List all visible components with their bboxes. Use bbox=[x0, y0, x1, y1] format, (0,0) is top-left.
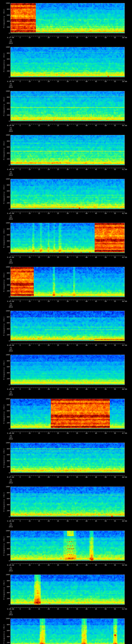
spectrogram-panel-9-38-00: Frequency (Hz)020040060080010009:38:0039… bbox=[0, 44, 132, 88]
x-tick-label: 40 bbox=[83, 212, 90, 214]
x-start-time-label: 9:47:00 bbox=[5, 476, 16, 478]
x-tick-label: 20 bbox=[45, 388, 52, 390]
spectrogram-panel-9-51-00: Frequency (Hz)020040060080010009:51:0052… bbox=[0, 616, 132, 644]
x-end-time-label: 47:00 bbox=[119, 432, 130, 434]
x-tick-label: 50 bbox=[102, 37, 110, 38]
x-tick-label: 40 bbox=[83, 344, 90, 346]
x-tick-label: 45 bbox=[92, 564, 100, 566]
y-tick-label: 400 bbox=[2, 64, 10, 66]
y-tick-label: 1000 bbox=[2, 486, 10, 488]
y-tick-label: 600 bbox=[2, 586, 10, 588]
x-tick-label: 5 bbox=[16, 212, 24, 214]
x-tick-label: 15 bbox=[35, 168, 43, 170]
y-tick-label: 800 bbox=[2, 536, 10, 538]
x-tick-label: 20 bbox=[45, 300, 52, 302]
y-tick-label: 0 bbox=[2, 76, 10, 78]
x-tick-label: 35 bbox=[73, 608, 81, 610]
x-tick-label: 45 bbox=[92, 608, 100, 610]
x-start-time-label: 9:44:00 bbox=[5, 344, 16, 346]
y-tick-label: 600 bbox=[2, 146, 10, 148]
x-tick-label: 30 bbox=[64, 81, 72, 82]
x-tick-label: 50 bbox=[102, 81, 110, 82]
y-tick-label: 200 bbox=[2, 422, 10, 424]
x-end-time-label: 45:00 bbox=[119, 344, 130, 346]
x-tick-label: 35 bbox=[73, 564, 81, 566]
y-tick-label: 800 bbox=[2, 360, 10, 362]
x-tick-label: 30 bbox=[64, 608, 72, 610]
x-tick-label: 20 bbox=[45, 212, 52, 214]
x-tick-label: 20 bbox=[45, 81, 52, 82]
date-label: 2015 bbox=[8, 438, 14, 440]
y-tick-label: 0 bbox=[2, 252, 10, 254]
x-tick-label: 35 bbox=[73, 344, 81, 346]
x-tick-label: 25 bbox=[54, 564, 62, 566]
x-tick-label: 40 bbox=[83, 168, 90, 170]
y-axis-title: Frequency (Hz) bbox=[3, 52, 5, 72]
x-tick-label: 55 bbox=[111, 608, 119, 610]
y-tick-label: 200 bbox=[2, 114, 10, 116]
x-tick-label: 35 bbox=[73, 81, 81, 82]
x-tick-label: 15 bbox=[35, 388, 43, 390]
x-tick-label: 25 bbox=[54, 256, 62, 258]
y-tick-label: 400 bbox=[2, 548, 10, 550]
x-tick-label: 30 bbox=[64, 432, 72, 434]
x-end-time-label: 50:00 bbox=[119, 564, 130, 566]
y-tick-label: 600 bbox=[2, 542, 10, 544]
y-tick-label: 1000 bbox=[2, 618, 10, 620]
x-tick-label: 5 bbox=[16, 388, 24, 390]
date-label: 2015 bbox=[8, 482, 14, 484]
y-tick-label: 0 bbox=[2, 120, 10, 122]
x-tick-label: 15 bbox=[35, 256, 43, 258]
x-tick-label: 50 bbox=[102, 388, 110, 390]
x-tick-label: 5 bbox=[16, 432, 24, 434]
y-tick-label: 1000 bbox=[2, 178, 10, 180]
x-start-time-label: 9:41:00 bbox=[5, 212, 16, 214]
x-tick-label: 5 bbox=[16, 344, 24, 346]
y-tick-label: 1000 bbox=[2, 90, 10, 92]
y-tick-label: 200 bbox=[2, 290, 10, 292]
x-tick-label: 40 bbox=[83, 388, 90, 390]
x-tick-label: 50 bbox=[102, 168, 110, 170]
x-tick-label: 15 bbox=[35, 344, 43, 346]
x-tick-label: 20 bbox=[45, 432, 52, 434]
x-tick-label: 55 bbox=[111, 125, 119, 126]
x-tick-label: 45 bbox=[92, 520, 100, 522]
y-tick-label: 200 bbox=[2, 334, 10, 336]
x-tick-label: 50 bbox=[102, 608, 110, 610]
x-tick-label: 20 bbox=[45, 256, 52, 258]
y-tick-label: 1000 bbox=[2, 398, 10, 400]
y-tick-label: 0 bbox=[2, 296, 10, 298]
x-tick-label: 35 bbox=[73, 125, 81, 126]
x-end-time-label: 41:00 bbox=[119, 168, 130, 170]
y-tick-label: 1000 bbox=[2, 46, 10, 48]
x-tick-label: 50 bbox=[102, 520, 110, 522]
x-tick-label: 15 bbox=[35, 608, 43, 610]
x-tick-label: 45 bbox=[92, 37, 100, 38]
x-tick-label: 5 bbox=[16, 168, 24, 170]
x-tick-label: 50 bbox=[102, 476, 110, 478]
x-tick-label: 15 bbox=[35, 37, 43, 38]
y-tick-label: 0 bbox=[2, 516, 10, 518]
y-axis-title: Frequency (Hz) bbox=[3, 316, 5, 336]
x-tick-label: 50 bbox=[102, 432, 110, 434]
y-tick-label: 0 bbox=[2, 340, 10, 342]
y-tick-label: 1000 bbox=[2, 354, 10, 356]
y-axis-title: Frequency (Hz) bbox=[3, 580, 5, 600]
x-start-time-label: 9:42:00 bbox=[5, 256, 16, 258]
x-end-time-label: 39:00 bbox=[119, 81, 130, 82]
axes-ticks-layer bbox=[0, 616, 132, 644]
y-tick-label: 200 bbox=[2, 202, 10, 204]
y-axis-title: Frequency (Hz) bbox=[3, 140, 5, 160]
y-tick-label: 400 bbox=[2, 152, 10, 154]
date-label: 2015 bbox=[8, 350, 14, 352]
y-tick-label: 1000 bbox=[2, 222, 10, 224]
x-tick-label: 55 bbox=[111, 37, 119, 38]
x-tick-label: 5 bbox=[16, 608, 24, 610]
y-tick-label: 600 bbox=[2, 630, 10, 632]
y-tick-label: 0 bbox=[2, 208, 10, 210]
y-tick-label: 800 bbox=[2, 272, 10, 274]
y-axis-title: Frequency (Hz) bbox=[3, 184, 5, 204]
x-tick-label: 15 bbox=[35, 520, 43, 522]
x-tick-label: 5 bbox=[16, 300, 24, 302]
x-tick-label: 20 bbox=[45, 344, 52, 346]
